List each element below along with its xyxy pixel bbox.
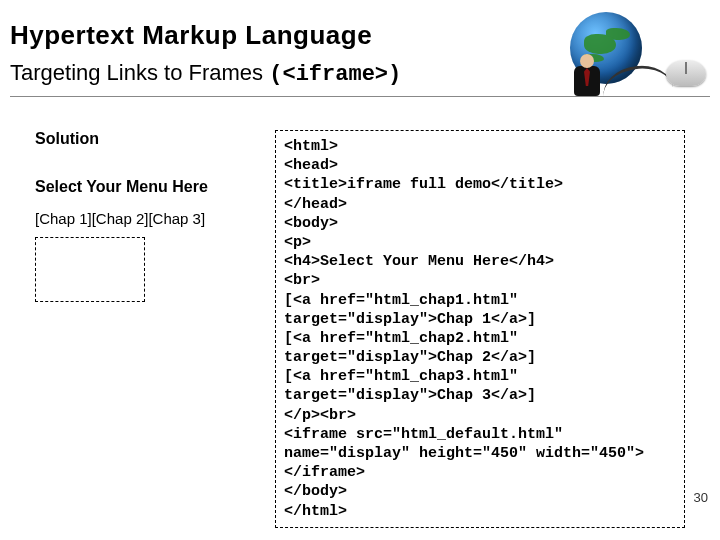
left-column: Solution Select Your Menu Here [Chap 1][… [35,130,265,302]
businessman-icon [570,54,604,102]
slide-title: Hypertext Markup Language [10,20,372,51]
slide: Hypertext Markup Language Targeting Link… [0,0,720,540]
menu-heading: Select Your Menu Here [35,178,265,196]
divider [10,96,710,97]
code-box: <html> <head> <title>iframe full demo</t… [275,130,685,528]
solution-label: Solution [35,130,265,148]
slide-subtitle: Targeting Links to Frames (<iframe>) [10,60,401,87]
subtitle-code: (<iframe>) [269,62,401,87]
iframe-placeholder [35,237,145,302]
menu-links: [Chap 1][Chap 2][Chap 3] [35,210,265,227]
subtitle-text: Targeting Links to Frames [10,60,269,85]
mouse-icon [666,60,706,86]
header-decoration [542,8,712,98]
page-number: 30 [694,490,708,505]
